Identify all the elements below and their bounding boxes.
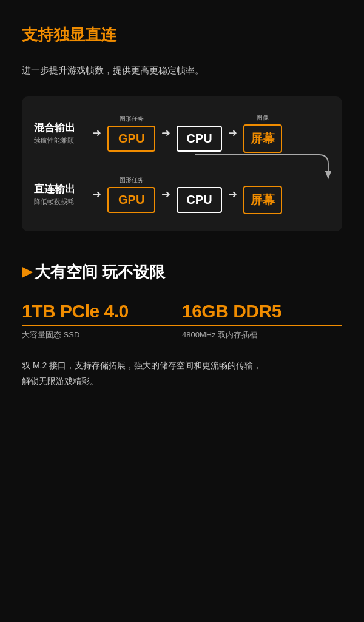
- screen-wrapper-2: 图像 屏幕: [243, 175, 282, 214]
- arrow2: ➜: [161, 126, 170, 140]
- cpu-wrapper-1: 图形任务 CPU: [177, 115, 221, 152]
- specs-row: 1TB PCle 4.0 大容量固态 SSD 16GB DDR5 4800MHz…: [22, 301, 342, 340]
- arrow3: ➜: [228, 126, 237, 140]
- spec-item-1: 1TB PCle 4.0 大容量固态 SSD: [22, 301, 182, 340]
- section1-desc: 进一步提升游戏帧数，提供更高更稳定帧率。: [22, 63, 342, 78]
- arrow4: ➜: [92, 188, 101, 201]
- section2-title-text: 大有空间 玩不设限: [35, 262, 165, 283]
- arrow1: ➜: [92, 126, 101, 140]
- row1-main-label: 混合输出: [34, 121, 89, 135]
- row2-sub-label: 降低帧数损耗: [34, 197, 89, 206]
- section1-title: 支持独显直连: [22, 24, 342, 46]
- cpu-box-2: CPU: [177, 187, 221, 213]
- spec1-sub: 大容量固态 SSD: [22, 330, 182, 340]
- section2-title-row: ▶ 大有空间 玩不设限: [22, 262, 342, 283]
- row2-main-label: 直连输出: [34, 182, 89, 196]
- row2-flow: ➜ 图形任务 GPU ➜ 图形任务 CPU ➜ 图像 屏幕: [89, 175, 330, 214]
- gpu-tag-1: 图形任务: [120, 115, 144, 123]
- gpu-box-1: GPU: [107, 126, 155, 152]
- gpu-wrapper-1: 图形任务 GPU: [107, 115, 155, 152]
- cpu-wrapper-2: 图形任务 CPU: [177, 176, 221, 213]
- img-tag-1: 图像: [257, 113, 269, 122]
- gpu-box-2: GPU: [107, 187, 155, 213]
- spec-item-2: 16GB DDR5 4800MHz 双内存插槽: [182, 301, 342, 340]
- gpu-tag-2: 图形任务: [120, 176, 144, 184]
- cpu-box-1: CPU: [177, 126, 221, 152]
- diagram-row1: 混合输出 续航性能兼顾 ➜ 图形任务 GPU ➜ 图形任务 CPU ➜ 图像 屏…: [34, 113, 330, 153]
- page-container: 支持独显直连 进一步提升游戏帧数，提供更高更稳定帧率。 混合输出 续航性能兼顾 …: [0, 0, 364, 436]
- row2-label: 直连输出 降低帧数损耗: [34, 182, 89, 206]
- section2: ▶ 大有空间 玩不设限 1TB PCle 4.0 大容量固态 SSD 16GB …: [22, 262, 342, 390]
- arrow6: ➜: [228, 188, 237, 201]
- spec2-main: 16GB DDR5: [182, 301, 342, 321]
- row1-sub-label: 续航性能兼顾: [34, 136, 89, 145]
- section2-desc: 双 M.2 接口，支持存储拓展，强大的储存空间和更流畅的传输，解锁无限游戏精彩。: [22, 357, 342, 390]
- spec2-sub: 4800MHz 双内存插槽: [182, 330, 342, 340]
- spec1-underline: 1TB PCle 4.0: [22, 301, 182, 326]
- spec2-underline: 16GB DDR5: [182, 301, 342, 326]
- arrow5: ➜: [161, 188, 170, 201]
- gpu-wrapper-2: 图形任务 GPU: [107, 176, 155, 213]
- spec1-main: 1TB PCle 4.0: [22, 301, 182, 321]
- diagram-box: 混合输出 续航性能兼顾 ➜ 图形任务 GPU ➜ 图形任务 CPU ➜ 图像 屏…: [22, 96, 342, 231]
- screen-wrapper-1: 图像 屏幕: [243, 113, 282, 153]
- row1-label: 混合输出 续航性能兼顾: [34, 121, 89, 145]
- screen-box-1: 屏幕: [243, 124, 282, 153]
- diagram-row2: 直连输出 降低帧数损耗 ➜ 图形任务 GPU ➜ 图形任务 CPU ➜ 图像 屏…: [34, 175, 330, 214]
- row1-flow: ➜ 图形任务 GPU ➜ 图形任务 CPU ➜ 图像 屏幕: [89, 113, 330, 153]
- screen-box-2: 屏幕: [243, 186, 282, 214]
- triangle-icon: ▶: [22, 264, 32, 280]
